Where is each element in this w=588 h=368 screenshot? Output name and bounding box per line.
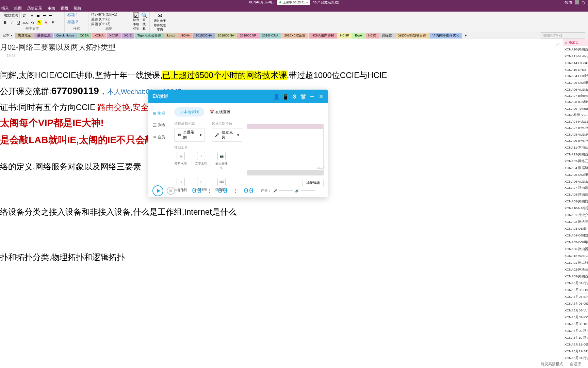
- section-tab[interactable]: 2019CCNA: [215, 33, 237, 39]
- todo-tag-icon[interactable]: ☑: [133, 12, 139, 18]
- menu-help[interactable]: 帮助: [74, 6, 81, 11]
- section-tab[interactable]: XCNA: [92, 33, 106, 39]
- close-icon[interactable]: ✕: [318, 94, 324, 99]
- font-name-select[interactable]: 微软雅黑: [3, 12, 20, 18]
- page-list-item[interactable]: XCNA08-路由器工作: [563, 191, 588, 198]
- page-list-item[interactable]: XCNA08-IOS和VRP: [563, 99, 588, 106]
- ev-side-list[interactable]: ☰ 列表: [148, 119, 170, 131]
- notebook-selector[interactable]: 记本 ▾: [0, 33, 15, 38]
- outdent-icon[interactable]: ⇤: [42, 13, 47, 18]
- font-size-select[interactable]: 24: [21, 13, 28, 18]
- section-tab[interactable]: 2018XCIE合集: [281, 33, 308, 39]
- add-tab-icon[interactable]: +: [462, 34, 469, 37]
- highlight-icon[interactable]: ✎: [37, 20, 42, 25]
- page-list-item[interactable]: XCNA15-DHCP: [563, 67, 588, 73]
- underline-icon[interactable]: U: [16, 20, 21, 25]
- gear-icon[interactable]: ⚙: [292, 94, 297, 99]
- page-list-item[interactable]: XCNA5月09-路由器: [563, 328, 588, 335]
- section-tab[interactable]: Tiger-Lab公开课: [135, 33, 164, 39]
- section-tab[interactable]: 0到30W实战项目课: [395, 33, 429, 39]
- mic-volume-icon[interactable]: 🎤: [273, 189, 277, 193]
- menu-review[interactable]: 审阅: [48, 6, 55, 11]
- page-list-item[interactable]: XCNA07-路由器组成: [563, 185, 588, 191]
- page-list-item[interactable]: XCNA11-VLAN以及: [563, 53, 588, 60]
- record-audio-select[interactable]: 🎤仅麦克风▾: [212, 128, 242, 142]
- section-tab[interactable]: 训练营: [379, 33, 395, 39]
- email-page-icon[interactable]: ✉: [152, 12, 167, 19]
- ev-title-bar[interactable]: EV录屏 👤 📱 ⚙ 👕 ─ ✕: [148, 90, 328, 103]
- page-list-item[interactable]: XCNA07-Ethernet2: [563, 93, 588, 99]
- page-list-item[interactable]: XCNA05-OSI网络层: [563, 80, 588, 87]
- section-tab[interactable]: 重要信息: [34, 33, 53, 39]
- section-tab[interactable]: HCNA题库讲解: [309, 33, 337, 39]
- ev-tool-item[interactable]: 📷嵌入摄像头: [215, 152, 228, 170]
- section-tab[interactable]: 华为网络查论优化: [429, 33, 462, 39]
- page-list-item[interactable]: XCNA06-VLSM&CI: [563, 87, 588, 93]
- ev-tool-item[interactable]: ⊞分屏录制: [195, 178, 208, 192]
- search-input[interactable]: 搜索(Ctrl+E): [541, 32, 585, 39]
- page-list-item[interactable]: XCNA06-路由器组成: [563, 246, 588, 253]
- page-list-item[interactable]: XCNA07-IPv4地址划: [563, 125, 588, 132]
- ev-side-member[interactable]: ♔ 会员: [148, 131, 170, 143]
- section-tab[interactable]: HCNA: [178, 33, 193, 39]
- indent-icon[interactable]: ⇥: [48, 13, 53, 18]
- bullet-list-icon[interactable]: ≡: [30, 13, 34, 18]
- section-tab[interactable]: XCIE: [121, 33, 134, 39]
- page-list-item[interactable]: XCNA09-IPv6地址划: [563, 138, 588, 144]
- page-list-item[interactable]: XCNA10-NA综合实: [563, 205, 588, 212]
- section-tab[interactable]: Linux: [164, 33, 178, 39]
- find-tags-icon[interactable]: 🔍: [141, 12, 147, 18]
- section-tab[interactable]: Quick Notes: [54, 33, 77, 39]
- display-mode[interactable]: 慧灵高清模式: [541, 362, 563, 367]
- section-tab[interactable]: 2018CCNP: [237, 33, 259, 39]
- section-tab[interactable]: CCSA: [77, 33, 92, 39]
- page-list-item[interactable]: XCNA11-本地&远程: [563, 144, 588, 151]
- menu-view[interactable]: 视图: [61, 6, 68, 11]
- font-color-icon[interactable]: A: [44, 20, 48, 25]
- italic-icon[interactable]: I: [10, 20, 14, 25]
- page-list-item[interactable]: XCNA5月07-IOS和V: [563, 314, 588, 321]
- record-area-select[interactable]: 🖥全屏录制▾: [174, 128, 205, 142]
- page-list-item[interactable]: XCNA5月04-Ethern: [563, 294, 588, 301]
- page-list-item[interactable]: XCNA5月08-Telnet: [563, 321, 588, 328]
- tag-question[interactable]: 问题 (Ctrl+3): [91, 22, 126, 27]
- style-heading1[interactable]: 标题 1: [67, 12, 85, 17]
- mic-volume-slider[interactable]: [279, 190, 293, 191]
- section-tab[interactable]: Book: [352, 33, 365, 39]
- ev-side-normal[interactable]: ⊞ 常规: [148, 107, 170, 119]
- ev-tool-item[interactable]: ⏱定时录制: [174, 178, 187, 192]
- window-control-icon[interactable]: ▢: [582, 1, 585, 4]
- page-list-item[interactable]: XCNA6月01-行业介: [563, 355, 588, 360]
- page-list-item[interactable]: XCNA10-路由器控制: [563, 46, 588, 53]
- number-list-icon[interactable]: ☰: [36, 13, 40, 18]
- page-list-item[interactable]: XCNA5月12-STP工: [563, 348, 588, 355]
- section-tab[interactable]: HCNP: [337, 33, 352, 39]
- scene-edit-button[interactable]: 场景编辑: [303, 179, 324, 187]
- class-status-pill[interactable]: 上课中 00:25:51 ▾: [277, 0, 310, 5]
- ev-tool-item[interactable]: 🖼图片水印: [174, 152, 187, 170]
- ev-tab-live[interactable]: 📅 在线直播: [204, 107, 236, 117]
- page-list-item[interactable]: XCNA补录-VLAN原: [563, 112, 588, 119]
- page-list-item[interactable]: XCNA01-网工行业介: [563, 260, 588, 266]
- page-list-item[interactable]: XCNA5月11-OSPF: [563, 341, 588, 348]
- page-content[interactable]: 月02-网络三要素以及两大拓扑类型 19:29 闫辉,太阁HCIE/CCIE讲师…: [0, 39, 563, 360]
- section-tab[interactable]: 2018CCNA: [193, 33, 215, 39]
- skin-icon[interactable]: 👕: [300, 94, 306, 99]
- section-tab[interactable]: 2018HCNA: [259, 33, 281, 39]
- subscript-icon[interactable]: x₂: [30, 20, 35, 25]
- page-list-item[interactable]: XCNA5月03-OSI参: [563, 287, 588, 294]
- page-list-item[interactable]: XCNA04-Hub&Swit: [563, 119, 588, 125]
- page-title[interactable]: 月02-网络三要素以及两大拓扑类型: [0, 42, 563, 52]
- page-list-item[interactable]: XCNA09-Telnet&SS: [563, 106, 588, 112]
- ev-tab-local[interactable]: ⊡ 本地录制: [174, 107, 204, 117]
- user-avatar-icon[interactable]: [575, 0, 579, 4]
- page-list-item[interactable]: XCNA01-行业介绍: [563, 212, 588, 219]
- page-list-item[interactable]: XCNA04-OSI数据封: [563, 232, 588, 239]
- ev-tool-item[interactable]: T文字水印: [195, 152, 208, 170]
- page-list-item[interactable]: XCNA04-数据链路层: [563, 165, 588, 172]
- page-list-item[interactable]: XCNA12-路由器组成: [563, 151, 588, 158]
- bold-icon[interactable]: B: [3, 20, 7, 25]
- record-start-button[interactable]: [152, 185, 163, 196]
- style-heading2[interactable]: 标题 2: [67, 19, 85, 25]
- page-list-item[interactable]: XCNA14-EIGRP原理: [563, 60, 588, 67]
